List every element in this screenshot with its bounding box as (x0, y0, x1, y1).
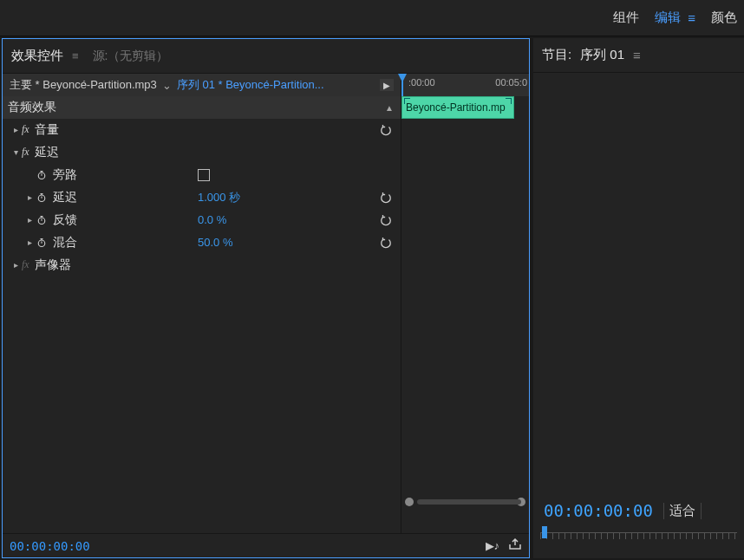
fx-icon: fx (22, 123, 29, 136)
fx-icon: fx (22, 258, 29, 271)
panner-label: 声像器 (35, 257, 71, 273)
export-icon[interactable] (508, 538, 522, 553)
effect-row-panner[interactable]: fx 声像器 (3, 254, 401, 277)
program-title-prefix: 节目: (542, 47, 571, 63)
mix-value[interactable]: 50.0 % (198, 236, 232, 249)
stopwatch-icon[interactable] (36, 192, 48, 204)
mix-label: 混合 (53, 235, 77, 251)
clip-label: Beyoncé-Partition.mp (406, 101, 506, 114)
feedback-label: 反馈 (53, 212, 77, 228)
time-ruler[interactable]: :00:00 00:05:0 (401, 74, 529, 96)
panel-menu-icon[interactable]: ≡ (633, 48, 641, 62)
collapse-up-icon[interactable]: ▲ (385, 103, 394, 113)
twisty-icon[interactable] (23, 238, 36, 247)
program-playhead[interactable] (542, 526, 547, 538)
ruler-tick: 00:05:0 (495, 77, 527, 88)
workspace-bar: 组件 编辑 ≡ 颜色 (0, 0, 744, 36)
effect-row-volume[interactable]: fx 音量 (3, 119, 401, 141)
ruler-tick: :00:00 (408, 77, 435, 88)
breadcrumb-sequence[interactable]: 序列 01 * Beyoncé-Partition... (177, 77, 324, 93)
delay-value[interactable]: 1.000 秒 (198, 190, 240, 205)
feedback-value[interactable]: 0.0 % (198, 213, 226, 226)
effect-controls-panel: 效果控件 ≡ 源:（无剪辑） 主要 * Beyoncé-Partition.mp… (2, 38, 530, 558)
param-row-bypass: 旁路 (3, 164, 401, 186)
fx-icon: fx (22, 146, 29, 159)
clip-breadcrumb: 主要 * Beyoncé-Partition.mp3 ⌄ 序列 01 * Bey… (3, 74, 401, 96)
audio-effects-label: 音频效果 (8, 100, 56, 115)
scroll-thumb[interactable] (417, 499, 521, 505)
workspace-tab-color[interactable]: 颜色 (711, 10, 737, 26)
workspace-tab-assembly[interactable]: 组件 (613, 10, 639, 26)
twisty-icon[interactable] (10, 147, 22, 157)
audio-clip[interactable]: Beyoncé-Partition.mp (401, 96, 514, 119)
delay-param-label: 延迟 (53, 190, 77, 205)
volume-label: 音量 (35, 122, 59, 138)
hamburger-icon: ≡ (688, 11, 695, 24)
zoom-fit-dropdown[interactable]: 适合 (663, 503, 702, 519)
stopwatch-icon[interactable] (36, 169, 48, 181)
program-viewport[interactable] (533, 73, 744, 494)
horizontal-scrollbar[interactable] (401, 495, 529, 509)
twisty-icon[interactable] (10, 260, 22, 270)
toggle-playback-icon[interactable]: ▶♪ (486, 539, 500, 552)
bypass-checkbox[interactable] (198, 169, 210, 181)
reset-button[interactable] (378, 235, 394, 251)
program-timecode[interactable]: 00:00:00:00 (544, 501, 653, 520)
reset-button[interactable] (378, 190, 394, 205)
program-time-ruler[interactable] (540, 532, 737, 550)
twisty-icon[interactable] (23, 215, 36, 225)
twisty-icon[interactable] (23, 192, 36, 202)
twisty-icon[interactable] (10, 125, 22, 134)
playhead[interactable] (401, 74, 403, 96)
current-timecode[interactable]: 00:00:00:00 (10, 539, 90, 553)
param-row-mix: 混合 50.0 % (3, 231, 401, 254)
panel-menu-icon[interactable]: ≡ (72, 49, 79, 62)
workspace-tab-edit-label: 编辑 (655, 10, 681, 26)
zoom-handle-left[interactable] (405, 498, 414, 506)
ruler-marks (540, 532, 737, 539)
workspace-tab-edit[interactable]: 编辑 ≡ (655, 10, 695, 26)
program-sequence-name[interactable]: 序列 01 (580, 47, 624, 63)
effect-controls-tab[interactable]: 效果控件 (11, 48, 63, 64)
delay-effect-label: 延迟 (35, 145, 59, 160)
bypass-label: 旁路 (53, 167, 77, 183)
audio-effects-header[interactable]: 音频效果 ▲ (3, 96, 401, 119)
param-row-delay: 延迟 1.000 秒 (3, 186, 401, 209)
effect-row-delay[interactable]: fx 延迟 (3, 141, 401, 164)
param-row-feedback: 反馈 0.0 % (3, 209, 401, 231)
reset-button[interactable] (378, 212, 394, 228)
stopwatch-icon[interactable] (36, 237, 48, 249)
source-tab[interactable]: 源:（无剪辑） (93, 49, 169, 64)
reset-button[interactable] (378, 122, 394, 138)
program-monitor-panel: 节目: 序列 01 ≡ 00:00:00:00 适合 (533, 38, 744, 558)
effect-timeline[interactable]: :00:00 00:05:0 Beyoncé-Partition.mp (401, 74, 529, 533)
breadcrumb-master[interactable]: 主要 * Beyoncé-Partition.mp3 (10, 77, 157, 93)
play-button[interactable]: ▶ (380, 79, 394, 91)
chevron-down-icon[interactable]: ⌄ (162, 79, 172, 92)
stopwatch-icon[interactable] (36, 214, 48, 226)
